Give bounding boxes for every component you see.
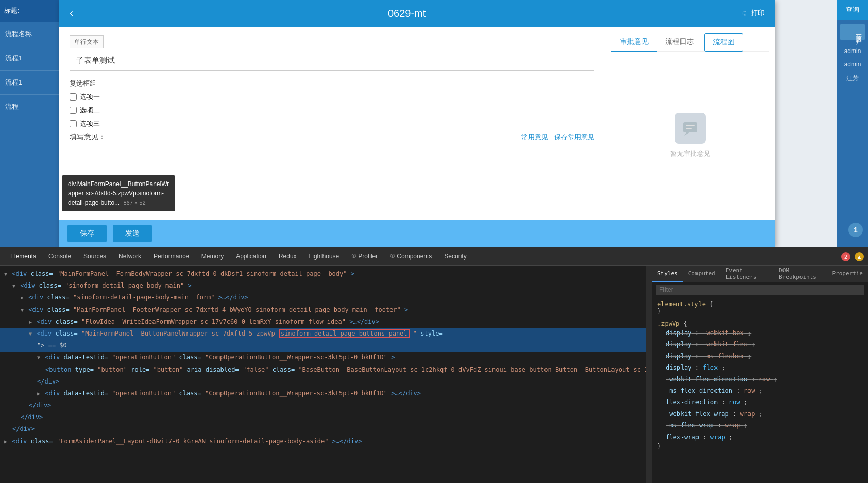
el-line-8[interactable]: <button type= "button" role= "button" ar… bbox=[0, 364, 652, 376]
checkbox-2[interactable] bbox=[70, 120, 77, 127]
el-line-2[interactable]: ▶ <div class= "sinoform-detail-page-body… bbox=[0, 292, 652, 304]
info-empty-state: 暂无审批意见 bbox=[611, 58, 769, 213]
tab-diagram-label: 流程图 bbox=[713, 38, 735, 46]
warning-badge: ▲ bbox=[855, 252, 864, 261]
styles-tab-computed[interactable]: Computed bbox=[683, 266, 721, 282]
css-prop-display-2: display : -webkit-flex ; bbox=[657, 339, 863, 350]
tab-process-log[interactable]: 流程日志 bbox=[657, 33, 702, 52]
styles-tab-dom-breakpoints[interactable]: DOM Breakpoints bbox=[774, 266, 827, 282]
sidebar-item-1[interactable]: 流程1 bbox=[0, 71, 59, 95]
styles-tab-properties[interactable]: Propertie bbox=[827, 266, 868, 282]
right-action-panel: 查询 前一用户 admin admin 汪芳 1 bbox=[837, 0, 868, 247]
styles-filter-input[interactable] bbox=[656, 285, 864, 295]
styles-tab-event-listeners[interactable]: Event Listeners bbox=[721, 266, 774, 282]
opinion-links: 常用意见 保存常用意见 bbox=[521, 132, 594, 142]
css-prop-flex-wrap-1: -webkit-flex-wrap : wrap ; bbox=[657, 408, 863, 420]
devtools-tab-network[interactable]: Network bbox=[112, 247, 147, 266]
checkbox-group-label: 复选框组 bbox=[70, 79, 594, 88]
tab-approval-label: 审批意见 bbox=[620, 37, 649, 45]
devtools-tab-components[interactable]: ⦿Components bbox=[384, 247, 438, 266]
css-prop-flex-wrap-3: flex-wrap : wrap ; bbox=[657, 431, 863, 443]
el-line-0[interactable]: ▼ <div class= "MainFormPanel__FormBodyWr… bbox=[0, 268, 652, 280]
devtools-tab-lighthouse[interactable]: Lighthouse bbox=[303, 247, 346, 266]
info-panel: 审批意见 流程日志 流程图 暂无审批意见 bbox=[605, 27, 775, 220]
sidebar-row-name-1: 流程1 bbox=[5, 78, 22, 86]
el-line-5[interactable]: ▼ <div class= "MainFormPanel__ButtonPane… bbox=[0, 328, 652, 340]
devtools-body: ▼ <div class= "MainFormPanel__FormBodyWr… bbox=[0, 266, 868, 483]
tab-approval-opinion[interactable]: 审批意见 bbox=[611, 33, 657, 52]
el-line-12[interactable]: </div> bbox=[0, 411, 652, 423]
user-admin-2: admin bbox=[842, 58, 863, 71]
checkbox-item-1[interactable]: 选项二 bbox=[70, 106, 594, 115]
css-prop-display-1: display : -webkit-box ; bbox=[657, 327, 863, 339]
chat-icon bbox=[675, 113, 706, 144]
user-admin-1: admin bbox=[842, 44, 863, 58]
tab-process-diagram[interactable]: 流程图 bbox=[704, 33, 743, 52]
el-line-6[interactable]: "> == $0 bbox=[0, 340, 652, 352]
sidebar-item-0[interactable]: 流程1 bbox=[0, 46, 59, 71]
sidebar-title-label: 标题: bbox=[4, 7, 20, 14]
elements-panel[interactable]: ▼ <div class= "MainFormPanel__FormBodyWr… bbox=[0, 266, 652, 483]
svg-rect-0 bbox=[683, 122, 697, 132]
save-button[interactable]: 保存 bbox=[67, 225, 107, 242]
el-line-1[interactable]: ▼ <div class= "sinoform-detail-page-body… bbox=[0, 280, 652, 292]
css-prop-display-4: display : flex ; bbox=[657, 362, 863, 373]
query-button[interactable]: 查询 bbox=[837, 0, 868, 20]
modal-title: 0629-mt bbox=[388, 8, 426, 20]
triangle-icon-1: ▼ bbox=[12, 283, 15, 289]
css-prop-flex-dir-1: -webkit-flex-direction : row ; bbox=[657, 374, 863, 385]
css-prop-flex-dir-3: flex-direction : row ; bbox=[657, 396, 863, 408]
info-tabs: 审批意见 流程日志 流程图 bbox=[611, 33, 769, 52]
modal-header: ‹ 0629-mt 🖨 打印 bbox=[59, 0, 775, 27]
checkbox-item-0[interactable]: 选项一 bbox=[70, 92, 594, 102]
el-line-7[interactable]: ▼ <div data-testid= "operationButton" cl… bbox=[0, 352, 652, 363]
empty-text: 暂无审批意见 bbox=[670, 149, 710, 158]
el-line-3[interactable]: ▼ <div class= "MainFormPanel__FooterWrap… bbox=[0, 304, 652, 316]
sidebar-col-header: 流程名称 bbox=[0, 22, 59, 46]
checkbox-item-2[interactable]: 选项三 bbox=[70, 119, 594, 128]
sidebar-row-name-0: 流程1 bbox=[5, 54, 22, 62]
css-rule-element-style: element.style { } bbox=[657, 301, 863, 315]
css-prop-flex-wrap-2: -ms-flex-wrap : wrap ; bbox=[657, 420, 863, 431]
devtools-tab-console[interactable]: Console bbox=[42, 247, 77, 266]
devtools-tab-sources[interactable]: Sources bbox=[77, 247, 112, 266]
devtools-tab-redux[interactable]: Redux bbox=[273, 247, 303, 266]
save-opinion-link[interactable]: 保存常用意见 bbox=[554, 132, 594, 142]
devtools-tab-application[interactable]: Application bbox=[230, 247, 273, 266]
el-line-4[interactable]: ▶ <div class= "FlowIdea__WriteIdeaFormWr… bbox=[0, 316, 652, 328]
badge-1: 1 bbox=[848, 223, 863, 237]
el-line-13[interactable]: </div> bbox=[0, 423, 652, 435]
checkbox-1[interactable] bbox=[70, 107, 77, 114]
checkbox-label-2: 选项三 bbox=[80, 119, 100, 128]
single-line-label: 单行文本 bbox=[70, 35, 104, 48]
devtools-tab-memory[interactable]: Memory bbox=[195, 247, 230, 266]
action-bar: 保存 发送 bbox=[59, 220, 775, 247]
prev-user-button[interactable]: 前一用户 bbox=[840, 24, 865, 40]
checkbox-0[interactable] bbox=[70, 93, 77, 101]
devtools-tab-security[interactable]: Security bbox=[438, 247, 472, 266]
sidebar-item-2[interactable]: 流程 bbox=[0, 95, 59, 119]
common-opinion-link[interactable]: 常用意见 bbox=[521, 132, 548, 142]
css-prop-flex-dir-2: -ms-flex-direction : row ; bbox=[657, 385, 863, 396]
svg-marker-1 bbox=[684, 132, 689, 136]
el-line-14[interactable]: ▶ <div class= "FormAsiderPanel__Layout-d… bbox=[0, 436, 652, 447]
single-line-input[interactable] bbox=[70, 51, 594, 71]
tab-log-label: 流程日志 bbox=[665, 37, 694, 45]
css-rule-close-1: } bbox=[657, 443, 863, 450]
print-button[interactable]: 🖨 打印 bbox=[740, 9, 765, 18]
send-button[interactable]: 发送 bbox=[113, 225, 152, 242]
el-line-11[interactable]: </div> bbox=[0, 399, 652, 411]
user-wangfang: 汪芳 bbox=[844, 71, 861, 86]
styles-tab-styles[interactable]: Styles bbox=[652, 266, 683, 282]
devtools-tab-performance[interactable]: Performance bbox=[147, 247, 195, 266]
styles-panel: Styles Computed Event Listeners DOM Brea… bbox=[652, 266, 868, 483]
el-line-10[interactable]: ▶ <div data-testid= "operationButton" cl… bbox=[0, 388, 652, 399]
devtools-tab-profiler[interactable]: ⦿Profiler bbox=[345, 247, 384, 266]
tooltip-classname: div.MainFormPanel__ButtonPanelWrapper sc… bbox=[68, 180, 169, 206]
elements-scrollbar[interactable] bbox=[646, 266, 652, 483]
modal-back-button[interactable]: ‹ bbox=[70, 7, 73, 20]
triangle-icon-14: ▶ bbox=[4, 439, 7, 444]
el-line-9[interactable]: </div> bbox=[0, 376, 652, 388]
devtools-tab-elements[interactable]: Elements bbox=[4, 247, 42, 266]
triangle-icon-0: ▼ bbox=[4, 271, 7, 277]
